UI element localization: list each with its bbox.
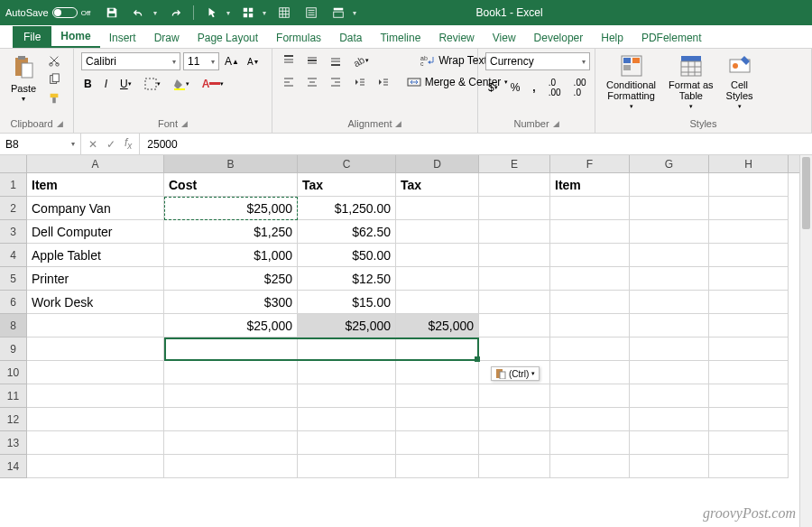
- cell-F2[interactable]: [550, 197, 630, 220]
- name-box[interactable]: B8▾: [0, 134, 81, 154]
- cell-F5[interactable]: [550, 267, 630, 291]
- cell-A8[interactable]: [27, 314, 164, 337]
- col-header[interactable]: B: [164, 155, 298, 172]
- undo-button[interactable]: [130, 5, 148, 21]
- tab-timeline[interactable]: Timeline: [371, 28, 429, 48]
- cell-C8[interactable]: $25,000: [298, 314, 396, 337]
- align-middle-button[interactable]: [303, 52, 321, 69]
- col-header[interactable]: D: [396, 155, 479, 172]
- qat-table-icon[interactable]: [275, 5, 293, 21]
- cell-B13[interactable]: [164, 431, 298, 455]
- col-header[interactable]: G: [630, 155, 709, 172]
- cell-D6[interactable]: [396, 291, 479, 314]
- cell-H4[interactable]: [709, 244, 789, 267]
- cell-G11[interactable]: [630, 384, 709, 408]
- format-as-table-button[interactable]: Format as Table▾: [665, 52, 717, 112]
- cell-F12[interactable]: [550, 408, 630, 431]
- cell-C13[interactable]: [298, 431, 396, 455]
- cell-H2[interactable]: [709, 197, 789, 220]
- cell-G8[interactable]: [630, 314, 709, 337]
- qat-more-icon[interactable]: [329, 5, 347, 21]
- cell-E11[interactable]: [479, 384, 550, 408]
- cell-B3[interactable]: $1,250: [164, 220, 298, 244]
- bold-button[interactable]: B: [81, 76, 95, 92]
- row-header[interactable]: 11: [0, 384, 27, 408]
- col-header[interactable]: H: [709, 155, 789, 172]
- italic-button[interactable]: I: [102, 76, 110, 92]
- row-header[interactable]: 5: [0, 267, 27, 291]
- align-center-button[interactable]: [303, 74, 321, 90]
- align-right-button[interactable]: [327, 74, 345, 90]
- font-size-combo[interactable]: 11▾: [183, 52, 219, 70]
- cell-D8[interactable]: $25,000: [396, 314, 479, 337]
- cell-A4[interactable]: Apple Tablet: [27, 244, 164, 267]
- cell-D14[interactable]: [396, 455, 479, 478]
- cell-A12[interactable]: [27, 408, 164, 431]
- tab-insert[interactable]: Insert: [100, 28, 145, 48]
- cell-G13[interactable]: [630, 431, 709, 455]
- cell-B4[interactable]: $1,000: [164, 244, 298, 267]
- tab-pdfelement[interactable]: PDFelement: [632, 28, 711, 48]
- decrease-indent-button[interactable]: [350, 74, 368, 90]
- cell-A5[interactable]: Printer: [27, 267, 164, 291]
- cell-B9[interactable]: [164, 337, 298, 361]
- cell-B2[interactable]: $25,000: [164, 197, 298, 220]
- cell-B14[interactable]: [164, 455, 298, 478]
- cell-F6[interactable]: [550, 291, 630, 314]
- vertical-scrollbar[interactable]: [799, 155, 812, 527]
- format-painter-button[interactable]: [45, 90, 63, 106]
- font-name-combo[interactable]: Calibri▾: [81, 52, 180, 70]
- cell-E8[interactable]: [479, 314, 550, 337]
- tab-home[interactable]: Home: [51, 26, 99, 48]
- cancel-icon[interactable]: ✕: [88, 138, 97, 151]
- cell-C12[interactable]: [298, 408, 396, 431]
- cell-H6[interactable]: [709, 291, 789, 314]
- cell-A11[interactable]: [27, 384, 164, 408]
- col-header[interactable]: C: [298, 155, 396, 172]
- cell-A10[interactable]: [27, 361, 164, 384]
- cell-E3[interactable]: [479, 220, 550, 244]
- cell-F11[interactable]: [550, 384, 630, 408]
- enter-icon[interactable]: ✓: [106, 138, 115, 151]
- cell-H5[interactable]: [709, 267, 789, 291]
- dialog-launcher-icon[interactable]: ◢: [181, 119, 188, 128]
- cell-G4[interactable]: [630, 244, 709, 267]
- cell-A1[interactable]: Item: [27, 173, 164, 197]
- row-header[interactable]: 8: [0, 314, 27, 337]
- cell-D11[interactable]: [396, 384, 479, 408]
- cell-E2[interactable]: [479, 197, 550, 220]
- col-header[interactable]: F: [550, 155, 630, 172]
- cell-F14[interactable]: [550, 455, 630, 478]
- cell-C4[interactable]: $50.00: [298, 244, 396, 267]
- cell-E9[interactable]: [479, 337, 550, 361]
- cell-C1[interactable]: Tax: [298, 173, 396, 197]
- cell-H14[interactable]: [709, 455, 789, 478]
- accounting-format-button[interactable]: $▾: [485, 79, 501, 96]
- font-color-button[interactable]: A▾: [199, 76, 227, 92]
- cell-E12[interactable]: [479, 408, 550, 431]
- cell-C3[interactable]: $62.50: [298, 220, 396, 244]
- cell-D3[interactable]: [396, 220, 479, 244]
- row-header[interactable]: 4: [0, 244, 27, 267]
- col-header[interactable]: A: [27, 155, 164, 172]
- fill-color-button[interactable]: ▾: [171, 76, 192, 92]
- cell-G1[interactable]: [630, 173, 709, 197]
- cell-E5[interactable]: [479, 267, 550, 291]
- cell-D12[interactable]: [396, 408, 479, 431]
- decrease-decimal-button[interactable]: .00.0: [571, 76, 589, 99]
- cell-B5[interactable]: $250: [164, 267, 298, 291]
- cell-F13[interactable]: [550, 431, 630, 455]
- cell-D1[interactable]: Tax: [396, 173, 479, 197]
- cell-D2[interactable]: [396, 197, 479, 220]
- row-header[interactable]: 6: [0, 291, 27, 314]
- cell-H10[interactable]: [709, 361, 789, 384]
- cell-G6[interactable]: [630, 291, 709, 314]
- tab-view[interactable]: View: [484, 28, 525, 48]
- row-header[interactable]: 9: [0, 337, 27, 361]
- cell-H8[interactable]: [709, 314, 789, 337]
- tab-draw[interactable]: Draw: [145, 28, 189, 48]
- cell-B10[interactable]: [164, 361, 298, 384]
- cell-D9[interactable]: [396, 337, 479, 361]
- cell-D5[interactable]: [396, 267, 479, 291]
- cell-C6[interactable]: $15.00: [298, 291, 396, 314]
